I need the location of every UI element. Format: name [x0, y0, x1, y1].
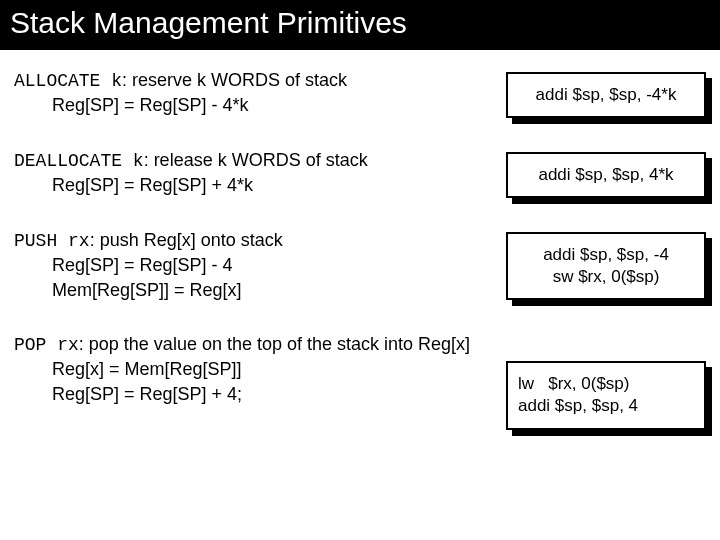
section-deallocate: DEALLOCATE k: release k WORDS of stack R… — [14, 148, 706, 198]
pop-desc: : pop the value on the top of the stack … — [79, 334, 470, 354]
pop-code: lw $rx, 0($sp) addi $sp, $sp, 4 — [506, 361, 706, 429]
allocate-desc: : reserve k WORDS of stack — [122, 70, 347, 90]
push-cmd: PUSH rx — [14, 231, 90, 251]
pop-op-0: Reg[x] = Mem[Reg[SP]] — [14, 357, 496, 381]
deallocate-op-0: Reg[SP] = Reg[SP] + 4*k — [14, 173, 496, 197]
pop-cmd: POP rx — [14, 335, 79, 355]
deallocate-codebox: addi $sp, $sp, 4*k — [506, 152, 706, 198]
push-codebox: addi $sp, $sp, -4 sw $rx, 0($sp) — [506, 232, 706, 300]
push-desc: : push Reg[x] onto stack — [90, 230, 283, 250]
push-code: addi $sp, $sp, -4 sw $rx, 0($sp) — [506, 232, 706, 300]
allocate-code: addi $sp, $sp, -4*k — [506, 72, 706, 118]
pop-text: POP rx: pop the value on the top of the … — [14, 332, 706, 357]
pop-codebox: lw $rx, 0($sp) addi $sp, $sp, 4 — [506, 361, 706, 429]
push-op-1: Mem[Reg[SP]] = Reg[x] — [14, 278, 496, 302]
push-text: PUSH rx: push Reg[x] onto stack Reg[SP] … — [14, 228, 506, 302]
slide-body: ALLOCATE k: reserve k WORDS of stack Reg… — [0, 50, 720, 440]
allocate-op-0: Reg[SP] = Reg[SP] - 4*k — [14, 93, 496, 117]
push-op-0: Reg[SP] = Reg[SP] - 4 — [14, 253, 496, 277]
deallocate-cmd: DEALLOCATE k — [14, 151, 144, 171]
section-pop: POP rx: pop the value on the top of the … — [14, 332, 706, 429]
allocate-cmd: ALLOCATE k — [14, 71, 122, 91]
deallocate-code: addi $sp, $sp, 4*k — [506, 152, 706, 198]
section-push: PUSH rx: push Reg[x] onto stack Reg[SP] … — [14, 228, 706, 302]
allocate-codebox: addi $sp, $sp, -4*k — [506, 72, 706, 118]
deallocate-text: DEALLOCATE k: release k WORDS of stack R… — [14, 148, 506, 198]
pop-ops: Reg[x] = Mem[Reg[SP]] Reg[SP] = Reg[SP] … — [14, 357, 506, 406]
deallocate-desc: : release k WORDS of stack — [144, 150, 368, 170]
pop-op-1: Reg[SP] = Reg[SP] + 4; — [14, 382, 496, 406]
allocate-text: ALLOCATE k: reserve k WORDS of stack Reg… — [14, 68, 506, 118]
slide-title: Stack Management Primitives — [0, 0, 720, 50]
section-allocate: ALLOCATE k: reserve k WORDS of stack Reg… — [14, 68, 706, 118]
